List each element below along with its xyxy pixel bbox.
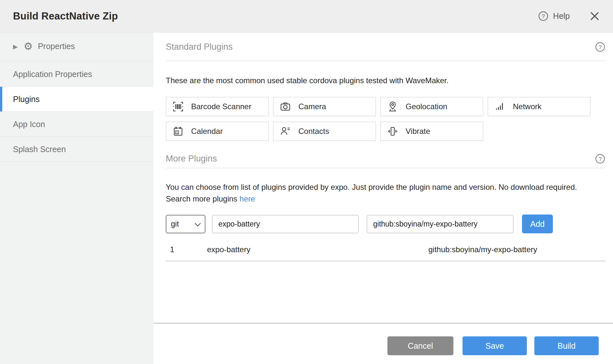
sidebar-item-properties[interactable]: ▶ ⚙ Properties [0, 32, 153, 60]
sidebar-item-app-icon[interactable]: App Icon [0, 112, 153, 137]
plugin-card-label: Geolocation [406, 102, 447, 111]
contacts-icon [280, 125, 291, 137]
section-help-icon[interactable]: ? [595, 154, 605, 164]
row-plugin-version: github:sboyina/my-expo-battery [428, 245, 605, 254]
plugin-version-input[interactable] [367, 215, 514, 233]
plugin-card-contacts[interactable]: Contacts [273, 122, 376, 141]
plugin-source-select[interactable]: git [166, 215, 205, 233]
barcode-scanner-icon [172, 101, 184, 112]
sidebar: ▶ ⚙ Properties Application Properties Pl… [0, 32, 153, 364]
sidebar-item-label: Plugins [13, 95, 40, 104]
signal-bars-icon [494, 101, 506, 112]
plugin-card-label: Calendar [191, 127, 223, 136]
standard-plugins-description: These are the most common used stable co… [166, 75, 605, 86]
sidebar-item-label: Splash Screen [13, 145, 66, 154]
svg-text:?: ? [599, 44, 602, 50]
plugin-card-label: Vibrate [406, 127, 430, 136]
plugin-card-camera[interactable]: Camera [273, 97, 376, 116]
standard-plugins-title: Standard Plugins [166, 41, 233, 53]
sidebar-item-splash-screen[interactable]: Splash Screen [0, 137, 153, 162]
plugin-name-input[interactable] [212, 215, 359, 233]
row-index: 1 [166, 245, 207, 254]
svg-text:1: 1 [176, 131, 178, 134]
row-plugin-name: expo-battery [207, 245, 428, 254]
caret-right-icon: ▶ [13, 43, 18, 50]
help-icon: ? [538, 11, 548, 21]
vibrate-phone-icon [387, 125, 398, 137]
table-row: 1 expo-battery github:sboyina/my-expo-ba… [166, 240, 605, 261]
plugin-card-barcode-scanner[interactable]: Barcode Scanner [166, 97, 269, 116]
page-title: Build ReactNative Zip [13, 10, 118, 22]
save-button[interactable]: Save [463, 336, 527, 355]
calendar-icon: 1 [172, 125, 184, 137]
sidebar-item-label: Application Properties [13, 70, 92, 79]
added-plugins-table: 1 expo-battery github:sboyina/my-expo-ba… [166, 240, 605, 261]
sidebar-item-application-properties[interactable]: Application Properties [0, 62, 153, 87]
plugin-card-label: Camera [298, 102, 326, 111]
cancel-button[interactable]: Cancel [387, 336, 453, 355]
plugin-card-geolocation[interactable]: Geolocation [380, 97, 483, 116]
svg-text:?: ? [599, 156, 602, 162]
divider [166, 60, 605, 61]
sidebar-item-label: App Icon [13, 120, 45, 129]
build-reactnative-dialog: Build ReactNative Zip ? Help ▶ ⚙ [0, 0, 613, 364]
plugin-card-vibrate[interactable]: Vibrate [380, 122, 483, 141]
plugin-card-label: Barcode Scanner [191, 102, 251, 111]
sidebar-item-label: Properties [38, 42, 75, 51]
help-label: Help [553, 11, 570, 21]
geolocation-pin-icon [387, 101, 398, 112]
plugin-card-network[interactable]: Network [488, 97, 591, 116]
add-plugin-button[interactable]: Add [522, 214, 553, 233]
plugin-card-label: Network [513, 102, 541, 111]
search-plugins-link[interactable]: here [240, 194, 255, 203]
more-plugins-description-line1: You can choose from list of plugins prov… [166, 183, 577, 191]
content-spacer [153, 261, 613, 323]
divider [166, 168, 605, 168]
more-plugins-description-line2: Search more plugins [166, 194, 237, 203]
more-plugins-title: More Plugins [166, 153, 217, 164]
dialog-header: Build ReactNative Zip ? Help [0, 0, 613, 32]
section-help-icon[interactable]: ? [595, 42, 605, 52]
gear-icon: ⚙ [24, 41, 33, 51]
standard-plugins-grid: Barcode Scanner Camera [166, 97, 605, 141]
close-icon [590, 11, 599, 21]
add-plugin-form: git Add [166, 214, 605, 233]
help-button[interactable]: ? Help [538, 11, 570, 21]
camera-icon [280, 101, 291, 112]
close-button[interactable] [590, 11, 599, 21]
dialog-footer: Cancel Save Build [153, 323, 613, 355]
main-panel: Standard Plugins ? These are the most co… [153, 32, 613, 364]
sidebar-item-plugins[interactable]: Plugins [0, 87, 153, 112]
plugin-card-label: Contacts [298, 127, 329, 136]
build-button[interactable]: Build [534, 336, 599, 355]
plugin-source-select-wrap: git [166, 215, 205, 233]
svg-text:?: ? [541, 13, 544, 20]
more-plugins-description: You can choose from list of plugins prov… [166, 181, 605, 205]
plugin-card-calendar[interactable]: 1 Calendar [166, 122, 269, 141]
